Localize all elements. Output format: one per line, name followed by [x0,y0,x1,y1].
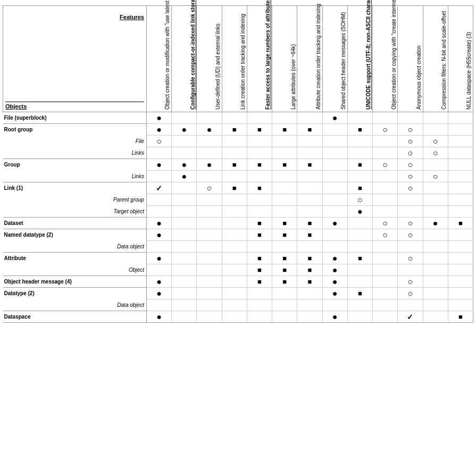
row-label-main-attribute: Attribute [3,253,147,264]
cell-root_group_file-c11: ○ [398,136,423,147]
cell-root_group_links-c2 [172,147,197,159]
cell-file_superblock-c1: ● [146,112,171,124]
cell-file_superblock-c6 [272,112,297,124]
cell-root_group-c5: ■ [247,124,272,136]
col-header-c6: Large attributes (over ~64k) [272,6,297,112]
cell-datatype2_data-c6 [272,299,297,311]
cell-attribute_object-c7: ■ [297,264,322,276]
cell-link_parent-c4 [222,194,247,206]
cell-root_group_file-c2 [172,136,197,147]
cell-link_target-c4 [222,206,247,218]
row-root_group: Root group●●●■■■■■○○ [3,124,473,136]
cell-attribute-c8: ● [322,253,347,264]
cell-attribute-c10 [373,253,398,264]
cell-group_links-c5 [247,171,272,182]
cell-root_group_links-c10 [373,147,398,159]
filled-circle-symbol: ● [181,160,187,169]
col-header-c7: Attribute creation order tracking and in… [297,6,322,112]
cell-dataset-c7: ■ [297,218,322,229]
cell-root_group_links-c1 [146,147,171,159]
row-label-sub-root_group_file: File [3,136,147,147]
cell-named_datatype-c1: ● [146,229,171,241]
cell-root_group_file-c7 [297,136,322,147]
cell-file_superblock-c9 [347,112,372,124]
cell-attribute_object-c8: ● [322,264,347,276]
filled-square-symbol: ■ [257,126,262,133]
cell-file_superblock-c5 [247,112,272,124]
filled-square-symbol: ■ [282,219,287,227]
cell-attribute-c11: ○ [398,253,423,264]
cell-datatype2_data-c3 [197,299,222,311]
empty-circle-symbol: ○ [408,183,413,193]
filled-circle-symbol: ● [357,207,363,216]
cell-group_links-c13 [448,171,473,182]
filled-square-symbol: ■ [308,219,312,227]
cell-file_superblock-c2 [172,112,197,124]
filled-circle-symbol: ● [332,113,338,122]
filled-circle-symbol: ● [207,160,212,169]
row-label-main-group: Group [3,159,147,171]
row-root_group_links: Links○○ [3,147,473,159]
cell-attribute-c1: ● [146,253,171,264]
cell-group-c4: ■ [222,159,247,171]
row-label-main-named_datatype: Named datatype (2) [3,229,147,241]
cell-group_links-c6 [272,171,297,182]
cell-datatype2-c10 [373,288,398,299]
row-dataset: Dataset●■■■●○○●■ [3,218,473,229]
col-header-c9: UNICODE support (UTF-8; non-ASCII charac… [347,6,372,112]
filled-square-symbol: ■ [257,231,262,239]
cell-group_links-c12: ○ [423,171,448,182]
cell-attribute-c9: ■ [347,253,372,264]
features-label: Features [120,14,144,20]
cell-obj_header_msg-c10 [373,276,398,288]
empty-circle-symbol: ○ [382,230,388,239]
cell-link_parent-c9: ○ [347,194,372,206]
cell-dataset-c5: ■ [247,218,272,229]
filled-circle-symbol: ● [156,254,162,263]
cell-attribute_object-c5: ■ [247,264,272,276]
cell-root_group_links-c8 [322,147,347,159]
cell-root_group_links-c9 [347,147,372,159]
cell-named_datatype_data-c8 [322,241,347,253]
cell-link_parent-c13 [448,194,473,206]
empty-circle-symbol: ○ [408,160,413,169]
cell-group_links-c10 [373,171,398,182]
cell-link_target-c2 [172,206,197,218]
cell-named_datatype-c8 [322,229,347,241]
cell-datatype2_data-c7 [297,299,322,311]
cell-root_group_file-c10 [373,136,398,147]
cell-group-c3: ● [197,159,222,171]
cell-root_group_links-c4 [222,147,247,159]
cell-root_group_file-c8 [322,136,347,147]
cell-obj_header_msg-c8: ● [322,276,347,288]
cell-group-c10: ○ [373,159,398,171]
cell-dataspace-c5 [247,311,272,323]
cell-dataspace-c7 [297,311,322,323]
cell-dataset-c3 [197,218,222,229]
row-file_superblock: File (superblock)●● [3,112,473,124]
filled-circle-symbol: ● [156,230,162,239]
filled-square-symbol: ■ [308,266,312,274]
empty-circle-symbol: ○ [207,183,212,193]
cell-link_target-c10 [373,206,398,218]
cell-link_target-c12 [423,206,448,218]
cell-file_superblock-c3 [197,112,222,124]
cell-file_superblock-c13 [448,112,473,124]
cell-link_target-c1 [146,206,171,218]
filled-circle-symbol: ● [156,219,162,228]
cell-root_group_file-c3 [197,136,222,147]
row-link_parent: Parent group○ [3,194,473,206]
cell-named_datatype_data-c5 [247,241,272,253]
cell-link_target-c5 [247,206,272,218]
filled-square-symbol: ■ [358,289,362,297]
cell-group-c12 [423,159,448,171]
cell-datatype2-c3 [197,288,222,299]
cell-datatype2-c7 [297,288,322,299]
row-label-main-dataspace: Dataspace [3,311,147,323]
cell-dataspace-c4 [222,311,247,323]
cell-named_datatype_data-c11 [398,241,423,253]
cell-group_links-c3 [197,171,222,182]
filled-square-symbol: ■ [257,219,262,227]
table-body: File (superblock)●●Root group●●●■■■■■○○F… [3,112,473,323]
cell-group_links-c9 [347,171,372,182]
